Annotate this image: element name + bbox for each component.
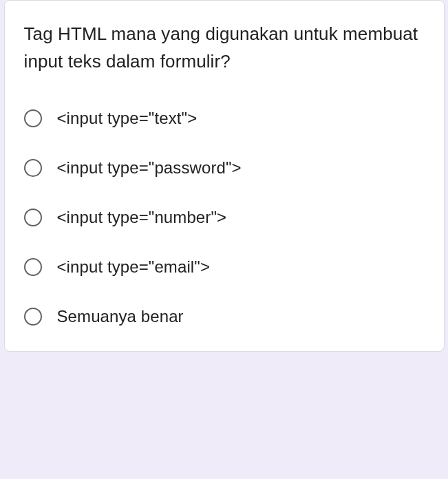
radio-icon: [24, 308, 42, 326]
option-label: <input type="number">: [57, 208, 227, 227]
option-label: <input type="text">: [57, 109, 198, 128]
option-label: Semuanya benar: [57, 307, 184, 326]
option-4[interactable]: <input type="email">: [24, 257, 425, 277]
option-3[interactable]: <input type="number">: [24, 208, 425, 227]
option-1[interactable]: <input type="text">: [24, 109, 425, 128]
question-card: Tag HTML mana yang digunakan untuk membu…: [4, 0, 445, 352]
option-label: <input type="email">: [57, 257, 211, 277]
radio-icon: [24, 209, 42, 226]
option-5[interactable]: Semuanya benar: [24, 307, 425, 326]
radio-icon: [24, 258, 42, 276]
question-text: Tag HTML mana yang digunakan untuk membu…: [24, 20, 425, 76]
options-list: <input type="text"> <input type="passwor…: [24, 109, 425, 326]
radio-icon: [24, 159, 42, 177]
option-2[interactable]: <input type="password">: [24, 158, 425, 178]
option-label: <input type="password">: [57, 158, 242, 178]
radio-icon: [24, 109, 42, 127]
